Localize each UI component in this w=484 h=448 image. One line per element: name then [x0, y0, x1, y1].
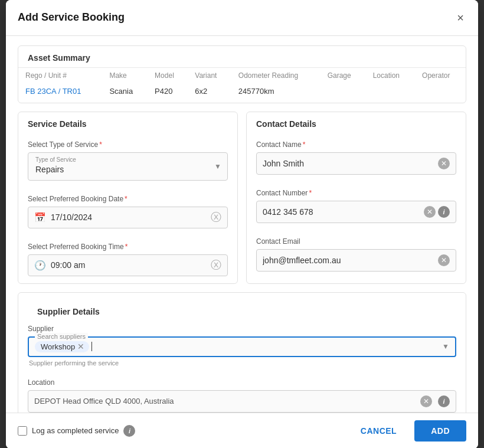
col-operator: Operator: [415, 67, 466, 83]
supplier-tag-label: Workshop: [41, 342, 75, 351]
log-info-icon[interactable]: i: [123, 425, 135, 437]
modal-header: Add Service Booking ×: [6, 0, 478, 36]
location-input-wrapper[interactable]: DEPOT Head Office QLD 4000, Australia ✕ …: [28, 390, 456, 413]
supplier-search-label: Search suppliers: [35, 333, 88, 340]
location-clear-icon[interactable]: ✕: [420, 395, 432, 407]
booking-date-input[interactable]: [51, 212, 211, 222]
contact-details-title: Contact Details: [247, 112, 466, 133]
contact-name-label: Contact Name *: [256, 140, 456, 149]
asset-variant: 6x2: [188, 83, 231, 103]
contact-name-input-wrapper: ✕: [256, 152, 456, 175]
required-star: *: [99, 140, 102, 149]
col-rego: Rego / Unit #: [18, 67, 102, 83]
booking-time-label: Select Preferred Booking Time *: [28, 243, 228, 251]
add-service-booking-modal: Add Service Booking × Asset Summary Rego…: [6, 0, 478, 448]
contact-number-input-wrapper: ✕ i: [256, 201, 456, 223]
contact-number-clear-icon[interactable]: ✕: [424, 206, 436, 218]
type-of-service-float-label: Type of Service: [35, 156, 76, 163]
supplier-helper-text: Supplier performing the service: [28, 359, 456, 367]
col-model: Model: [148, 67, 188, 83]
contact-number-info-icon[interactable]: i: [438, 206, 450, 218]
booking-date-required: *: [125, 195, 127, 203]
asset-garage: [321, 83, 366, 103]
booking-time-input-wrapper[interactable]: 🕐 ⓧ: [28, 254, 228, 276]
contact-number-required: *: [309, 189, 312, 197]
booking-date-field: Select Preferred Booking Date * 📅 ⓧ: [18, 188, 237, 236]
supplier-cursor: [91, 342, 92, 351]
contact-email-clear-icon[interactable]: ✕: [438, 254, 450, 266]
contact-number-input[interactable]: [263, 207, 421, 217]
asset-summary-section: Asset Summary Rego / Unit # Make Model V…: [18, 45, 466, 103]
contact-email-label: Contact Email: [256, 237, 456, 246]
col-variant: Variant: [188, 67, 231, 83]
contact-email-input[interactable]: [263, 256, 436, 265]
supplier-search-input[interactable]: Search suppliers Workshop ✕ ▼: [28, 336, 456, 357]
asset-operator: [415, 83, 466, 103]
location-label: Location: [28, 378, 456, 387]
asset-row: FB 23CA / TR01 Scania P420 6x2 245770km: [18, 83, 466, 103]
calendar-icon: 📅: [34, 212, 46, 223]
booking-date-clear-button[interactable]: ⓧ: [211, 212, 221, 223]
service-details-title: Service Details: [18, 112, 237, 133]
contact-name-field: Contact Name * ✕: [247, 133, 466, 182]
type-of-service-select-wrap: Type of Service Repairs ▼: [28, 152, 228, 181]
contact-name-clear-icon[interactable]: ✕: [438, 158, 450, 169]
booking-time-field: Select Preferred Booking Time * 🕐 ⓧ: [18, 236, 237, 283]
modal-footer: Log as completed service i CANCEL ADD: [6, 413, 478, 449]
location-field: Location DEPOT Head Office QLD 4000, Aus…: [28, 375, 456, 413]
footer-left: Log as completed service i: [18, 425, 135, 437]
contact-email-field: Contact Email ✕: [247, 230, 466, 279]
contact-number-field: Contact Number * ✕ i: [247, 182, 466, 230]
supplier-details-section: Supplier Details Supplier Search supplie…: [18, 292, 466, 413]
add-button[interactable]: ADD: [414, 420, 466, 442]
col-location: Location: [366, 67, 415, 83]
type-of-service-input-wrapper[interactable]: Type of Service Repairs ▼: [28, 152, 228, 181]
contact-name-required: *: [303, 140, 306, 149]
details-row: Service Details Select Type of Service *…: [18, 112, 466, 284]
booking-date-input-wrapper[interactable]: 📅 ⓧ: [28, 207, 228, 228]
modal-title: Add Service Booking: [18, 11, 125, 24]
log-completed-checkbox[interactable]: [18, 426, 27, 436]
supplier-details-title: Supplier Details: [28, 300, 456, 321]
log-completed-label: Log as completed service i: [32, 425, 135, 437]
supplier-dropdown-arrow-icon: ▼: [442, 342, 449, 351]
asset-make: Scania: [102, 83, 148, 103]
col-garage: Garage: [321, 67, 366, 83]
contact-email-input-wrapper: ✕: [256, 249, 456, 272]
footer-right: CANCEL ADD: [349, 420, 466, 442]
location-value: DEPOT Head Office QLD 4000, Australia: [34, 397, 174, 406]
location-icons: ✕ i: [418, 395, 450, 407]
contact-number-label: Contact Number *: [256, 189, 456, 197]
col-odometer: Odometer Reading: [231, 67, 321, 83]
asset-table: Rego / Unit # Make Model Variant Odomete…: [18, 67, 466, 103]
service-details-section: Service Details Select Type of Service *…: [18, 112, 238, 284]
cancel-button[interactable]: CANCEL: [349, 420, 408, 442]
asset-location-val: [366, 83, 415, 103]
asset-odometer: 245770km: [231, 83, 321, 103]
asset-summary-title: Asset Summary: [18, 46, 466, 67]
asset-model: P420: [148, 83, 188, 103]
type-of-service-field: Select Type of Service * Type of Service…: [18, 133, 237, 188]
close-button[interactable]: ×: [454, 9, 466, 26]
booking-date-label: Select Preferred Booking Date *: [28, 195, 228, 203]
contact-details-section: Contact Details Contact Name * ✕: [246, 112, 466, 284]
supplier-tag: Workshop ✕: [35, 341, 89, 352]
supplier-field: Supplier Search suppliers Workshop ✕ ▼ S…: [28, 321, 456, 370]
supplier-label: Supplier: [28, 325, 456, 333]
booking-time-required: *: [125, 243, 128, 251]
booking-time-input[interactable]: [51, 260, 211, 270]
asset-rego[interactable]: FB 23CA / TR01: [18, 83, 102, 103]
supplier-tag-remove-button[interactable]: ✕: [77, 342, 84, 351]
type-of-service-label: Select Type of Service *: [28, 140, 228, 149]
col-make: Make: [102, 67, 148, 83]
modal-body: Asset Summary Rego / Unit # Make Model V…: [6, 36, 478, 413]
modal-overlay: Add Service Booking × Asset Summary Rego…: [0, 0, 484, 448]
location-info-icon[interactable]: i: [438, 395, 450, 407]
contact-name-input[interactable]: [263, 159, 436, 168]
clock-icon: 🕐: [34, 260, 46, 271]
booking-time-clear-button[interactable]: ⓧ: [211, 260, 221, 270]
type-of-service-arrow-icon: ▼: [214, 162, 221, 171]
